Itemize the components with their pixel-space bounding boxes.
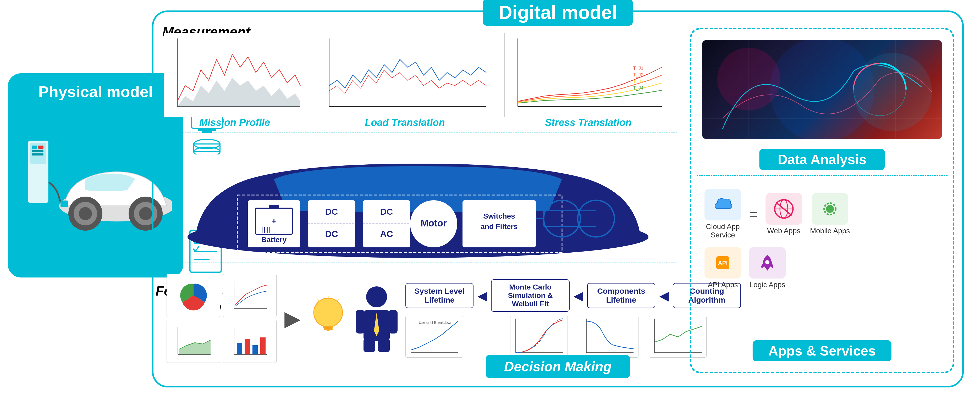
mobile-apps-icon-box xyxy=(811,193,848,225)
svg-rect-82 xyxy=(324,328,332,330)
stress-translation-label: Stress Translation xyxy=(545,117,632,128)
api-apps-item: API API Apps xyxy=(705,247,741,289)
digital-model-label: Digital model xyxy=(483,0,633,25)
equals-sign: = xyxy=(749,206,758,223)
apps-grid: Cloud App Service = xyxy=(705,189,940,289)
svg-text:Switches: Switches xyxy=(483,212,515,220)
ev-car-area xyxy=(22,101,174,253)
svg-text:API: API xyxy=(718,260,728,266)
load-translation-svg xyxy=(316,33,494,117)
logic-apps-icon xyxy=(757,252,778,273)
cloud-app-icon-box xyxy=(705,189,741,221)
sys-chart-thumb: Use until Breakdown xyxy=(406,316,463,357)
person-icon xyxy=(356,284,398,353)
svg-rect-78 xyxy=(253,345,258,354)
svg-text:T_J4: T_J4 xyxy=(633,85,643,91)
logic-apps-item: Logic Apps xyxy=(749,247,786,289)
svg-rect-3 xyxy=(38,146,43,149)
svg-text:T_J3: T_J3 xyxy=(633,79,643,84)
left-arrow-3: ◀ xyxy=(659,288,669,303)
line-chart-box xyxy=(223,274,277,317)
data-analysis-visual xyxy=(702,40,942,139)
digital-model-box: Digital model Mission Profile xyxy=(152,11,964,387)
stress-translation-svg: T_J1 T_J2 T_J3 T_J4 xyxy=(505,33,672,117)
svg-point-118 xyxy=(826,205,834,213)
drivetrain-svg: + ||||| Battery DC DC DC AC Motor Switch… xyxy=(169,137,667,258)
data-analysis-label-box: Data Analysis xyxy=(759,149,885,170)
components-chart-thumb xyxy=(581,316,638,357)
svg-text:T_J2: T_J2 xyxy=(633,72,643,78)
lightbulb-svg xyxy=(309,294,348,341)
svg-rect-30 xyxy=(316,33,494,117)
system-lifetime-box: System Level Lifetime xyxy=(406,283,474,308)
components-lifetime-label: Components Lifetime xyxy=(593,287,649,305)
monte-carlo-box: Monte Carlo Simulation & Weibull Fit xyxy=(491,279,570,312)
apps-services-label: Apps & Services xyxy=(752,340,891,361)
web-apps-icon xyxy=(772,198,795,219)
svg-rect-91 xyxy=(364,339,375,352)
area-chart-box xyxy=(167,320,220,363)
svg-rect-76 xyxy=(237,343,242,354)
svg-point-9 xyxy=(79,207,92,220)
person-svg xyxy=(356,284,398,352)
right-arrow: ▶ xyxy=(285,306,301,331)
svg-text:Motor: Motor xyxy=(421,218,447,229)
svg-rect-92 xyxy=(378,339,390,352)
svg-text:Battery: Battery xyxy=(261,236,287,244)
right-panel: Data Analysis xyxy=(690,28,955,373)
mission-profile-svg xyxy=(164,33,305,117)
svg-rect-13 xyxy=(60,200,68,207)
web-apps-icon-box xyxy=(765,193,802,225)
mobile-apps-icon xyxy=(821,198,839,219)
main-container: Physical model xyxy=(0,0,980,400)
apps-row-1: Cloud App Service = xyxy=(705,189,940,239)
svg-text:Use until Breakdown: Use until Breakdown xyxy=(419,321,452,325)
left-arrow-2: ◀ xyxy=(574,288,583,303)
svg-point-122 xyxy=(765,260,770,264)
svg-rect-94 xyxy=(388,310,398,333)
bar-chart-box xyxy=(223,320,277,363)
apps-services-section: Cloud App Service = xyxy=(697,181,948,367)
svg-text:DC: DC xyxy=(325,206,338,216)
svg-point-88 xyxy=(366,286,387,307)
svg-text:and Filters: and Filters xyxy=(480,222,518,231)
svg-rect-93 xyxy=(356,310,365,333)
svg-rect-79 xyxy=(260,337,266,354)
mobile-apps-item: Mobile Apps xyxy=(810,193,850,235)
ev-car-svg xyxy=(25,109,172,245)
logic-apps-icon-box xyxy=(749,247,786,279)
svg-text:AC: AC xyxy=(380,229,393,239)
components-lifetime-box: Components Lifetime xyxy=(587,283,655,308)
data-viz-svg xyxy=(702,40,942,139)
svg-line-84 xyxy=(337,300,339,301)
web-apps-label: Web Apps xyxy=(767,227,800,235)
mission-profile-chart: Mission Profile xyxy=(164,33,305,117)
left-arrow-1: ◀ xyxy=(477,288,487,303)
mission-profile-label: Mission Profile xyxy=(199,117,270,128)
decision-charts-grid xyxy=(167,274,277,363)
svg-text:|||||: ||||| xyxy=(262,226,270,233)
svg-text:DC: DC xyxy=(325,229,338,239)
api-apps-icon: API xyxy=(712,252,733,273)
data-analysis-section: Data Analysis xyxy=(697,35,948,176)
svg-rect-2 xyxy=(32,146,37,149)
svg-rect-33 xyxy=(505,33,672,117)
pie-chart-box xyxy=(167,274,220,317)
svg-rect-77 xyxy=(245,339,250,354)
logic-apps-label: Logic Apps xyxy=(749,281,786,289)
load-translation-label: Load Translation xyxy=(365,117,445,128)
svg-rect-44 xyxy=(269,205,279,209)
svg-point-12 xyxy=(139,207,152,220)
drivetrain-section: + ||||| Battery DC DC DC AC Motor Switch… xyxy=(159,132,677,263)
stress-translation-chart: T_J1 T_J2 T_J3 T_J4 Stress Translation xyxy=(504,33,672,117)
svg-text:DC: DC xyxy=(380,206,393,216)
web-apps-item: Web Apps xyxy=(765,193,802,235)
api-apps-icon-box: API xyxy=(705,247,741,279)
mobile-apps-label: Mobile Apps xyxy=(810,227,850,235)
cloud-app-label: Cloud App Service xyxy=(705,222,741,239)
svg-rect-4 xyxy=(32,150,43,152)
svg-rect-5 xyxy=(32,153,43,156)
lightbulb-icon xyxy=(309,294,348,343)
physical-model-label: Physical model xyxy=(38,83,153,101)
apps-row-2: API API Apps xyxy=(705,247,940,289)
